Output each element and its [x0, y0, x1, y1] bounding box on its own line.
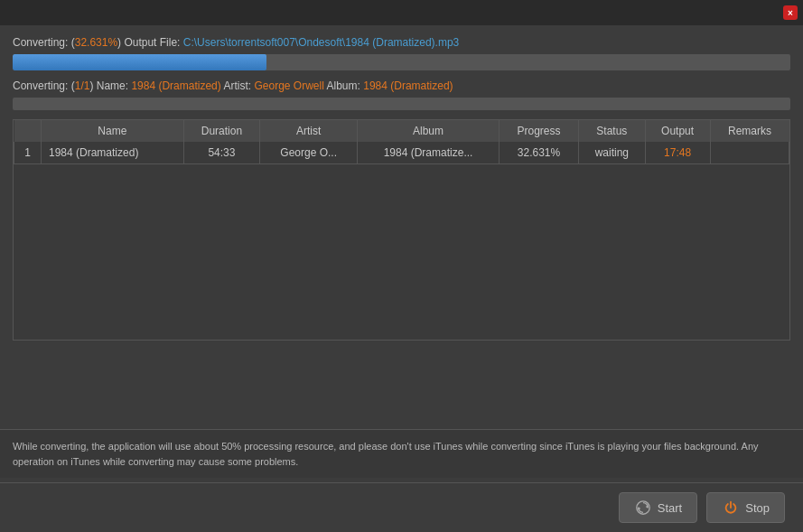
converting-name: 1984 (Dramatized): [131, 79, 220, 92]
stop-label: Stop: [745, 501, 770, 515]
converting-artist: George Orwell: [254, 79, 323, 92]
info-text: While converting, the application will u…: [0, 429, 803, 478]
progress-bar-fill-1: [13, 54, 266, 70]
converting-prefix-2: Converting: (: [13, 79, 75, 92]
converting-suffix2a: ) Name:: [89, 79, 131, 92]
col-output: Output: [645, 120, 710, 142]
col-name: Name: [42, 120, 184, 142]
table-row: 1 1984 (Dramatized) 54:33 George O... 19…: [14, 142, 789, 163]
progress-bar-container-1: [13, 54, 790, 70]
converting-prefix-1: Converting: (: [13, 36, 75, 49]
svg-marker-2: [638, 507, 640, 510]
cell-index: 1: [14, 142, 42, 163]
start-icon-svg: [635, 499, 651, 516]
col-progress: Progress: [499, 120, 578, 142]
stop-button[interactable]: Stop: [706, 492, 785, 523]
stop-icon-svg: [723, 499, 739, 516]
col-remarks: Remarks: [710, 120, 789, 142]
start-label: Start: [658, 501, 682, 515]
cell-status: waiting: [579, 142, 646, 163]
cell-remarks: [710, 142, 789, 163]
cell-progress: 32.631%: [499, 142, 578, 163]
empty-content-area: [13, 164, 790, 341]
cell-output: 17:48: [645, 142, 710, 163]
cell-name: 1984 (Dramatized): [42, 142, 184, 163]
converting-suffix-1: ) Output File:: [117, 36, 183, 49]
title-bar: ×: [0, 0, 803, 25]
cell-duration: 54:33: [183, 142, 259, 163]
start-button[interactable]: Start: [619, 492, 697, 523]
converting-line-1: Converting: (32.631%) Output File: C:\Us…: [13, 36, 790, 49]
converting-suffix2c: Album:: [324, 79, 363, 92]
conversion-table: Name Duration Artist Album Progress Stat…: [13, 119, 790, 164]
main-content: Converting: (32.631%) Output File: C:\Us…: [0, 25, 803, 341]
converting-suffix2b: Artist:: [221, 79, 255, 92]
converting-line-2: Converting: (1/1) Name: 1984 (Dramatized…: [13, 79, 790, 92]
col-duration: Duration: [183, 120, 259, 142]
table-header-row: Name Duration Artist Album Progress Stat…: [14, 120, 789, 142]
stop-icon: [722, 499, 740, 517]
col-album: Album: [358, 120, 500, 142]
cell-album: 1984 (Dramatize...: [358, 142, 500, 163]
svg-marker-1: [645, 505, 648, 509]
start-icon: [634, 499, 652, 517]
cell-artist: George O...: [260, 142, 358, 163]
col-index: [14, 120, 42, 142]
col-artist: Artist: [260, 120, 358, 142]
converting-album: 1984 (Dramatized): [363, 79, 453, 92]
converting-percent: 32.631%: [75, 36, 117, 49]
bottom-bar: Start Stop: [0, 482, 803, 532]
converting-fraction: 1/1: [75, 79, 90, 92]
progress-bar-container-2: [13, 98, 790, 110]
output-file-path: C:\Users\torrentsoft007\Ondesoft\1984 (D…: [183, 36, 459, 49]
close-button[interactable]: ×: [783, 5, 798, 20]
col-status: Status: [579, 120, 646, 142]
